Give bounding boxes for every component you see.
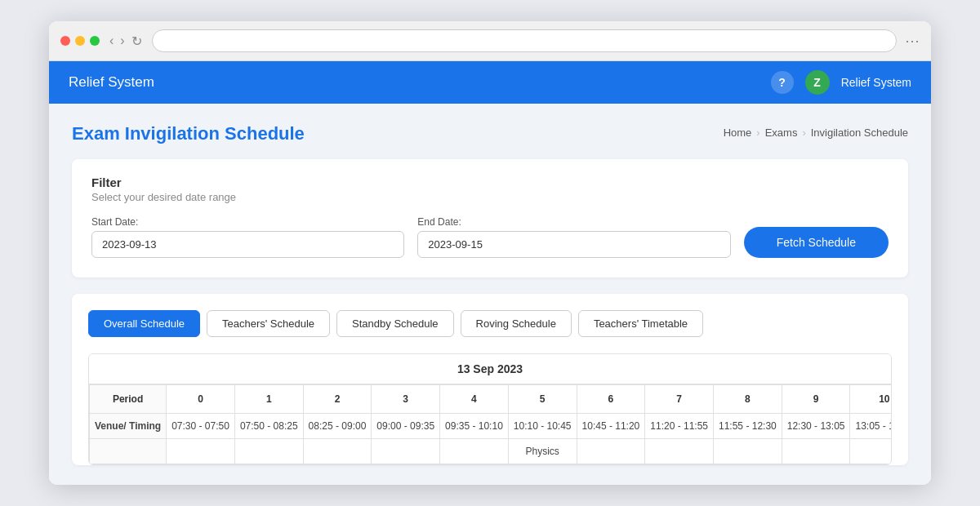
breadcrumb-home[interactable]: Home [724,126,752,139]
filter-row: Start Date: End Date: Fetch Schedule [91,216,889,258]
app-header: Relief System ? Z Relief System [49,61,931,104]
row-0-label: Venue/ Timing [90,414,167,439]
help-icon[interactable]: ? [771,71,794,94]
close-button[interactable] [60,36,70,46]
browser-window: ‹ › ↻ ⋯ Relief System ? Z Relief System … [49,21,931,485]
row-0-col-5: 10:10 - 10:45 [508,414,577,439]
schedule-card: Overall Schedule Teachers' Schedule Stan… [72,294,908,465]
row-0-col-4: 09:35 - 10:10 [440,414,509,439]
url-bar[interactable] [152,29,897,52]
page-title: Exam Invigilation Schedule [72,123,305,144]
row-1-col-6 [577,439,645,464]
col-header-5: 5 [508,385,577,414]
schedule-tbody: Venue/ Timing07:30 - 07:5007:50 - 08:250… [90,414,893,464]
filter-title: Filter [91,175,889,189]
breadcrumb: Home › Exams › Invigilation Schedule [724,126,908,139]
date-header: 13 Sep 2023 [89,354,891,384]
row-0-col-0: 07:30 - 07:50 [167,414,235,439]
row-0-col-2: 08:25 - 09:00 [303,414,372,439]
breadcrumb-sep-1: › [756,126,760,139]
row-0-col-10: 13:05 - 13:40 [850,414,892,439]
col-header-1: 1 [234,385,303,414]
filter-subtitle: Select your desired date range [91,191,889,203]
col-header-8: 8 [714,385,782,414]
row-0-col-8: 11:55 - 12:30 [714,414,782,439]
row-1-col-7 [645,439,714,464]
col-header-0: 0 [167,385,235,414]
row-0-col-6: 10:45 - 11:20 [577,414,645,439]
row-0-col-9: 12:30 - 13:05 [782,414,850,439]
row-1-col-10 [850,439,892,464]
end-date-label: End Date: [417,216,730,228]
start-date-label: Start Date: [91,216,404,228]
row-0-col-3: 09:00 - 09:35 [372,414,440,439]
tab-standby-schedule[interactable]: Standby Schedule [336,310,454,337]
browser-chrome: ‹ › ↻ ⋯ [49,21,931,61]
col-header-2: 2 [303,385,372,414]
col-header-7: 7 [645,385,714,414]
end-date-input[interactable] [417,231,730,258]
fetch-schedule-button[interactable]: Fetch Schedule [744,227,889,258]
row-0-col-7: 11:20 - 11:55 [645,414,714,439]
back-button[interactable]: ‹ [108,33,115,49]
minimize-button[interactable] [75,36,85,46]
page-header-row: Exam Invigilation Schedule Home › Exams … [72,123,908,144]
breadcrumb-sep-2: › [802,126,805,139]
header-right: ? Z Relief System [771,70,911,95]
col-header-3: 3 [372,385,440,414]
end-date-field: End Date: [417,216,730,258]
nav-arrows: ‹ › ↻ [108,33,144,49]
user-name: Relief System [841,76,911,89]
start-date-field: Start Date: [91,216,404,258]
row-1-col-9 [782,439,850,464]
row-0-col-1: 07:50 - 08:25 [234,414,303,439]
refresh-button[interactable]: ↻ [130,33,144,49]
row-1-col-5: Physics [508,439,577,464]
row-1-col-3 [372,439,440,464]
row-1-col-0 [167,439,235,464]
start-date-input[interactable] [91,231,404,258]
tabs-row: Overall Schedule Teachers' Schedule Stan… [88,310,892,337]
row-1-col-4 [440,439,509,464]
row-1-col-1 [234,439,303,464]
breadcrumb-exams[interactable]: Exams [765,126,798,139]
table-header-row: Period 0 1 2 3 4 5 6 7 8 9 10 11 [90,385,893,414]
tab-roving-schedule[interactable]: Roving Schedule [461,310,572,337]
table-row: Venue/ Timing07:30 - 07:5007:50 - 08:250… [90,414,893,439]
tab-overall-schedule[interactable]: Overall Schedule [88,310,200,337]
col-header-period: Period [90,385,167,414]
row-1-label [90,439,167,464]
forward-button[interactable]: › [118,33,126,49]
maximize-button[interactable] [90,36,100,46]
tab-teachers-timetable[interactable]: Teachers' Timetable [578,310,703,337]
tab-teachers-schedule[interactable]: Teachers' Schedule [207,310,330,337]
col-header-9: 9 [782,385,850,414]
app-title: Relief System [69,74,154,91]
user-avatar: Z [805,70,830,95]
schedule-table-container: 13 Sep 2023 Period 0 1 2 3 4 5 6 7 [88,353,892,465]
col-header-10: 10 [850,385,892,414]
row-1-col-2 [303,439,372,464]
traffic-lights [60,36,100,46]
col-header-4: 4 [440,385,509,414]
browser-menu-icon[interactable]: ⋯ [905,32,920,50]
breadcrumb-current: Invigilation Schedule [811,126,908,139]
row-1-col-8 [714,439,782,464]
filter-card: Filter Select your desired date range St… [72,159,908,277]
col-header-6: 6 [577,385,645,414]
schedule-table: Period 0 1 2 3 4 5 6 7 8 9 10 11 [89,384,892,464]
table-row: PhysicsPhysics [90,439,893,464]
main-content: Exam Invigilation Schedule Home › Exams … [49,104,931,485]
